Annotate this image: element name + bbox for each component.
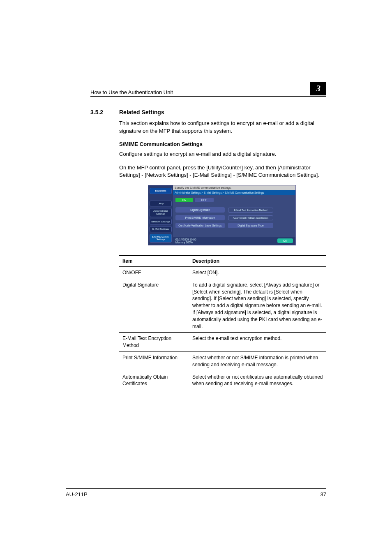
section-title: Related Settings — [119, 109, 164, 116]
table-row: E-Mail Text Encryption MethodSelect the … — [119, 333, 326, 352]
mfp-auto-obtain-button: Automatically Obtain Certificates — [228, 215, 273, 220]
mfp-print-smime-button: Print S/MIME Information — [175, 215, 225, 220]
mfp-tab-admin: Administrator Settings — [150, 208, 172, 217]
mfp-left-nav: Bookmark Utility Administrator Settings … — [148, 185, 173, 245]
table-cell-description: Select whether or not S/MIME information… — [189, 352, 326, 371]
mfp-instruction: Specify the S/MIME communication setting… — [173, 185, 295, 190]
mfp-on-button: ON — [175, 198, 193, 202]
mfp-memory: Memory 100% — [175, 241, 196, 244]
table-cell-description: Select [ON]. — [189, 266, 326, 279]
table-row: Automatically Obtain CertificatesSelect … — [119, 371, 326, 390]
mfp-ok-button: OK — [277, 238, 293, 243]
table-cell-description: To add a digital signature, select [Alwa… — [189, 279, 326, 333]
mfp-right-panel: Specify the S/MIME communication setting… — [173, 185, 295, 245]
table-cell-description: Select the e-mail text encryption method… — [189, 333, 326, 352]
page-header: How to Use the Authentication Unit 3 — [90, 82, 326, 97]
table-cell-item: Automatically Obtain Certificates — [119, 371, 189, 390]
table-header-description: Description — [189, 255, 326, 266]
mfp-email-encryption-button: E-Mail Text Encryption Method — [228, 208, 273, 213]
mfp-tab-smime: S/MIME Comm. Settings — [150, 234, 172, 243]
smime-p2: On the MFP control panel, press the [Uti… — [119, 164, 326, 180]
footer-model: AU-211P — [66, 491, 88, 497]
settings-table: Item Description ON/OFFSelect [ON].Digit… — [119, 255, 326, 390]
table-cell-item: E-Mail Text Encryption Method — [119, 333, 189, 352]
mfp-tab-network: Network Settings — [150, 219, 172, 225]
section-heading: 3.5.2Related Settings — [90, 109, 326, 116]
mfp-digital-signature-button: Digital Signature — [175, 207, 225, 213]
mfp-cert-verify-button: Certificate Verification Level Settings — [175, 223, 225, 228]
smime-heading: S/MIME Communication Settings — [119, 141, 326, 147]
mfp-tab-email: E-Mail Settings — [150, 226, 172, 232]
table-row: Digital SignatureTo add a digital signat… — [119, 279, 326, 333]
section-intro: This section explains how to configure s… — [119, 120, 326, 135]
table-cell-item: Digital Signature — [119, 279, 189, 333]
chapter-number: 3 — [310, 82, 326, 95]
table-cell-item: ON/OFF — [119, 266, 189, 279]
mfp-panel-screenshot: Bookmark Utility Administrator Settings … — [148, 185, 296, 245]
table-header-item: Item — [119, 255, 189, 266]
mfp-tab-utility: Utility — [150, 201, 172, 207]
page-footer: AU-211P 37 — [66, 488, 326, 497]
mfp-off-button: OFF — [195, 198, 214, 202]
table-row: Print S/MIME InformationSelect whether o… — [119, 352, 326, 371]
mfp-tab-bookmark: Bookmark — [150, 188, 172, 194]
header-title: How to Use the Authentication Unit — [90, 89, 173, 95]
table-cell-item: Print S/MIME Information — [119, 352, 189, 371]
mfp-date: 01/14/2009 10:05 — [175, 238, 196, 241]
footer-page-number: 37 — [321, 491, 326, 497]
mfp-sig-type-button: Digital Signature Type — [228, 223, 273, 228]
table-row: ON/OFFSelect [ON]. — [119, 266, 326, 279]
smime-p1: Configure settings to encrypt an e-mail … — [119, 150, 326, 158]
mfp-breadcrumb: Administrator Settings > E-Mail Settings… — [173, 190, 295, 195]
section-number: 3.5.2 — [90, 109, 119, 116]
table-cell-description: Select whether or not certificates are a… — [189, 371, 326, 390]
